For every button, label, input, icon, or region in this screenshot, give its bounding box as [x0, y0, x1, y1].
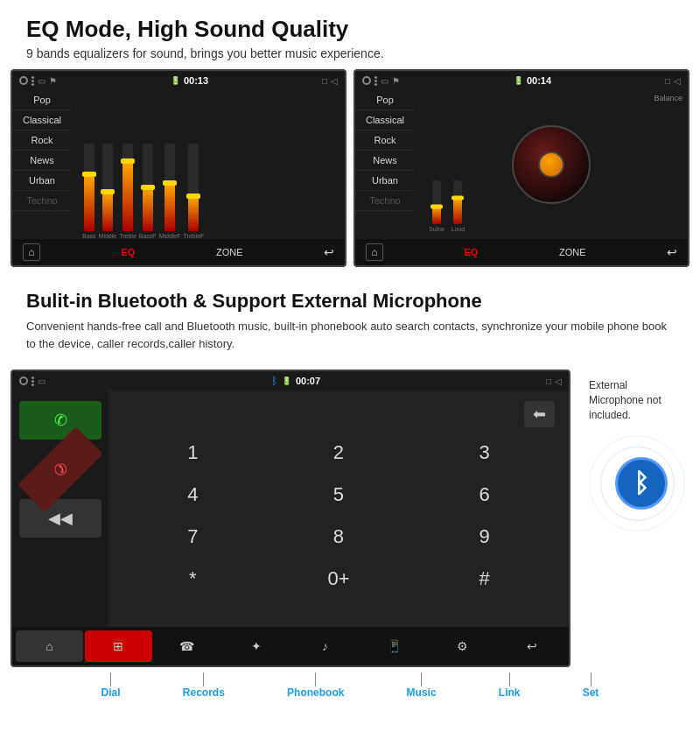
eq-screen-left: ▭ ⚑ 🔋 00:13 □ ◁ Pop Classical Rock News …	[10, 69, 346, 267]
eq-menu-techno-left[interactable]: Techno	[12, 191, 72, 211]
back-arrow-icon-right: ◁	[674, 76, 681, 86]
nav-dial-button[interactable]: ⊞	[85, 630, 152, 662]
balance-label: Balance	[654, 94, 682, 102]
home-btn-left[interactable]: ⌂	[23, 243, 40, 261]
phone-monitor-icon: ▭	[38, 377, 46, 386]
eq-bar-treble: Treble	[119, 144, 136, 239]
link-connector	[509, 672, 510, 686]
bluetooth-description: Convenient hands-free call and Bluetooth…	[26, 318, 674, 352]
eq-label-right: EQ	[465, 247, 479, 257]
dial-connector	[110, 672, 111, 686]
battery-level-icon: 🔋	[171, 76, 180, 85]
status-dots-right-icon	[374, 76, 377, 86]
eq-label-left: EQ	[122, 247, 136, 257]
eq-screen-right: ▭ ⚑ 🔋 00:14 □ ◁ Pop Classical Rock News …	[354, 69, 690, 267]
status-dots-icon	[32, 76, 34, 86]
flag-icon: ⚑	[49, 76, 57, 86]
battery-right-icon: 🔋	[514, 76, 523, 85]
key-6[interactable]: 6	[414, 476, 555, 513]
header-section: EQ Mode, High Sound Quality 9 bands equa…	[0, 0, 700, 69]
eq-menu-news-right[interactable]: News	[355, 151, 415, 171]
key-8[interactable]: 8	[269, 518, 410, 555]
nav-back-button[interactable]: ↩	[498, 630, 565, 662]
bluetooth-title: Bulit-in Bluetooth & Support External Mi…	[26, 290, 674, 313]
status-bar-left: ▭ ⚑ 🔋 00:13 □ ◁	[12, 71, 345, 90]
home-btn-right[interactable]: ⌂	[366, 243, 383, 261]
phone-status-bar: ▭ ᛒ 🔋 00:07 □ ◁	[12, 371, 569, 391]
nav-records-button[interactable]: ☎	[154, 630, 221, 662]
phone-left-controls: ✆ ✆ ◀◀	[12, 391, 108, 627]
key-7[interactable]: 7	[122, 518, 263, 555]
eq-subtitle: 9 bands equalizers for sound, brings you…	[26, 46, 674, 60]
key-hash[interactable]: #	[414, 560, 555, 597]
key-5[interactable]: 5	[269, 476, 410, 513]
eq-menu-urban-left[interactable]: Urban	[12, 171, 72, 191]
bluetooth-symbol: ᛒ	[615, 457, 668, 510]
nav-phonebook-button[interactable]: ✦	[222, 630, 290, 662]
backspace-row: ⬅	[116, 398, 562, 434]
back-btn-right[interactable]: ↩	[667, 245, 677, 259]
key-0plus[interactable]: 0+	[269, 560, 410, 597]
eq-menu-urban-right[interactable]: Urban	[355, 171, 415, 191]
back-btn-left[interactable]: ↩	[324, 245, 334, 259]
bluetooth-section: Bulit-in Bluetooth & Support External Mi…	[0, 281, 700, 361]
key-1[interactable]: 1	[122, 434, 263, 471]
eq-menu-rock-right[interactable]: Rock	[355, 130, 415, 151]
key-9[interactable]: 9	[414, 518, 555, 555]
status-dot-icon	[19, 76, 28, 85]
eq-bars-visual-left: Bass Middle Treble	[75, 134, 341, 239]
phone-status-dots-icon	[32, 377, 34, 386]
status-dot-right-icon	[362, 76, 371, 85]
eq-bar-middle: Middle	[99, 144, 117, 239]
volume-icon: ◀◀	[48, 509, 73, 528]
nav-home-button[interactable]: ⌂	[16, 630, 83, 662]
eq-menu-classical-left[interactable]: Classical	[12, 110, 72, 130]
eq-screens-container: ▭ ⚑ 🔋 00:13 □ ◁ Pop Classical Rock News …	[0, 69, 700, 281]
phone-area: ▭ ᛒ 🔋 00:07 □ ◁ ✆ ✆ ◀◀ ⬅	[0, 361, 700, 667]
eq-menu-left: Pop Classical Rock News Urban Techno	[12, 90, 72, 239]
eq-menu-pop-left[interactable]: Pop	[12, 90, 72, 110]
volume-button[interactable]: ◀◀	[19, 499, 102, 538]
records-connector	[203, 672, 204, 686]
phone-battery-icon: 🔋	[282, 377, 291, 385]
key-3[interactable]: 3	[414, 434, 555, 471]
eq-bars-area-left: Bass Middle Treble	[72, 90, 345, 239]
subw-label: Subw	[429, 226, 444, 232]
eq-bar-bass: Bass	[82, 144, 96, 239]
phone-right-info: External Microphone not included. ᛒ	[584, 370, 690, 527]
eq-menu-rock-left[interactable]: Rock	[12, 130, 72, 151]
eq-right-knob-area: Balance Subw	[415, 90, 688, 239]
phonebook-label: Phonebook	[287, 686, 344, 699]
backspace-button[interactable]: ⬅	[524, 401, 555, 427]
key-star[interactable]: *	[122, 560, 263, 597]
phone-status-dot-icon	[19, 377, 28, 385]
status-time-right: 00:14	[527, 75, 551, 86]
phonebook-connector	[315, 672, 316, 686]
balance-knob[interactable]	[508, 121, 595, 208]
status-time-left: 00:13	[184, 75, 208, 86]
eq-bar-bassf: BassF	[139, 144, 157, 239]
eq-menu-techno-right[interactable]: Techno	[355, 191, 415, 211]
square-icon-left: □	[322, 76, 327, 86]
key-2[interactable]: 2	[269, 434, 410, 471]
nav-music-button[interactable]: ♪	[291, 630, 359, 662]
monitor-right-icon: ▭	[381, 76, 388, 86]
nav-link-button[interactable]: 📱	[360, 630, 428, 662]
eq-menu-pop-right[interactable]: Pop	[355, 90, 415, 110]
link-label: Link	[499, 686, 521, 699]
eq-menu-right: Pop Classical Rock News Urban Techno	[355, 90, 415, 239]
dial-label: Dial	[102, 686, 121, 699]
zone-label-left: ZONE	[216, 247, 243, 257]
answer-call-button[interactable]: ✆	[19, 401, 102, 440]
key-4[interactable]: 4	[122, 476, 263, 513]
eq-menu-classical-right[interactable]: Classical	[355, 110, 415, 130]
bluetooth-icon-area: ᛒ	[584, 440, 690, 527]
numpad: 1 2 3 4 5 6 7 8 9 * 0+ #	[116, 434, 562, 597]
phone-nav-bar: ⌂ ⊞ ☎ ✦ ♪ 📱 ⚙ ↩	[12, 627, 569, 665]
eq-menu-news-left[interactable]: News	[12, 151, 72, 171]
monitor-icon: ▭	[38, 76, 46, 86]
eq-title: EQ Mode, High Sound Quality	[26, 16, 674, 43]
eq-bottom-left: ⌂ EQ ZONE ↩	[12, 239, 345, 265]
nav-set-button[interactable]: ⚙	[430, 630, 497, 662]
eq-bottom-right: ⌂ EQ ZONE ↩	[355, 239, 688, 265]
